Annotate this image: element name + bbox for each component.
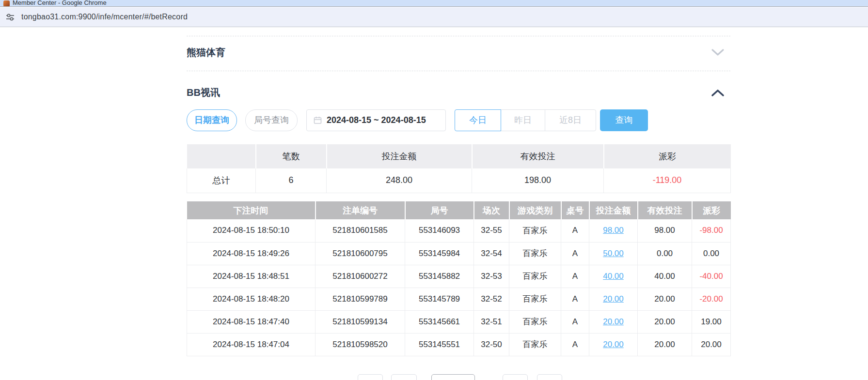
table-row: 2024-08-15 18:49:26 521810600795 5531459… bbox=[187, 242, 731, 265]
pagination-next-button[interactable] bbox=[503, 374, 528, 380]
window-titlebar: Member Center - Google Chrome bbox=[0, 0, 868, 7]
bet-records-table: 下注时间 注单编号 局号 场次 游戏类别 桌号 投注金额 有效投注 派彩 202… bbox=[187, 201, 731, 356]
cell-session: 32-52 bbox=[474, 288, 509, 310]
summary-header-row: 笔数 投注金额 有效投注 派彩 bbox=[187, 144, 731, 168]
cell-payout: 0.00 bbox=[692, 242, 731, 265]
cell-session: 32-53 bbox=[474, 265, 509, 288]
yesterday-button[interactable]: 昨日 bbox=[501, 109, 545, 131]
cell-time: 2024-08-15 18:48:51 bbox=[187, 265, 316, 288]
cell-order-no: 521810598520 bbox=[316, 333, 405, 356]
summary-header-count: 笔数 bbox=[256, 144, 327, 168]
cell-table-no: A bbox=[561, 242, 589, 265]
summary-total-label: 总计 bbox=[187, 168, 256, 193]
bet-amount-link[interactable]: 20.00 bbox=[603, 340, 624, 349]
browser-toolbar: tongbao31.com:9900/infe/mcenter/#/betRec… bbox=[0, 7, 868, 27]
cell-valid-bet: 20.00 bbox=[638, 333, 692, 356]
cell-game-type: 百家乐 bbox=[509, 333, 561, 356]
table-row: 2024-08-15 18:48:20 521810599789 5531457… bbox=[187, 288, 731, 310]
date-query-tab[interactable]: 日期查询 bbox=[187, 109, 237, 131]
cell-round-no: 553145551 bbox=[405, 333, 474, 356]
table-row: 2024-08-15 18:50:10 521810601585 5531460… bbox=[187, 219, 731, 242]
cell-game-type: 百家乐 bbox=[509, 288, 561, 310]
col-header-payout: 派彩 bbox=[692, 201, 731, 219]
address-bar-url[interactable]: tongbao31.com:9900/infe/mcenter/#/betRec… bbox=[21, 13, 188, 21]
cell-table-no: A bbox=[561, 333, 589, 356]
col-header-game-type: 游戏类别 bbox=[509, 201, 561, 219]
cell-session: 32-50 bbox=[474, 333, 509, 356]
cell-table-no: A bbox=[561, 219, 589, 242]
summary-total-payout: -119.00 bbox=[604, 168, 731, 193]
bet-amount-link[interactable]: 50.00 bbox=[603, 249, 624, 258]
cell-game-type: 百家乐 bbox=[509, 310, 561, 333]
pagination-last-button[interactable] bbox=[537, 374, 562, 380]
last-8-days-button[interactable]: 近8日 bbox=[545, 109, 596, 131]
cell-valid-bet: 98.00 bbox=[638, 219, 692, 242]
cell-payout: -40.00 bbox=[692, 265, 731, 288]
section-divider bbox=[187, 36, 730, 36]
chevron-down-icon[interactable] bbox=[711, 48, 725, 59]
filter-bar: 日期查询 局号查询 2024-08-15 ~ 2024-08-15 今日 昨日 … bbox=[187, 109, 730, 131]
quick-range-group: 今日 昨日 近8日 bbox=[455, 109, 596, 131]
bet-amount-link[interactable]: 20.00 bbox=[603, 317, 624, 326]
col-header-time: 下注时间 bbox=[187, 201, 316, 219]
cell-valid-bet: 40.00 bbox=[638, 265, 692, 288]
summary-total-valid-bet: 198.00 bbox=[472, 168, 604, 193]
date-range-value: 2024-08-15 ~ 2024-08-15 bbox=[327, 115, 426, 125]
cell-round-no: 553145882 bbox=[405, 265, 474, 288]
cell-time: 2024-08-15 18:47:40 bbox=[187, 310, 316, 333]
pagination-first-button[interactable] bbox=[358, 374, 383, 380]
cell-payout: -98.00 bbox=[692, 219, 731, 242]
cell-time: 2024-08-15 18:50:10 bbox=[187, 219, 316, 242]
today-button[interactable]: 今日 bbox=[455, 109, 501, 131]
cell-session: 32-51 bbox=[474, 310, 509, 333]
summary-total-count: 6 bbox=[256, 168, 327, 193]
summary-total-bet-amount: 248.00 bbox=[327, 168, 472, 193]
cell-round-no: 553145661 bbox=[405, 310, 474, 333]
summary-header-valid-bet: 有效投注 bbox=[472, 144, 604, 168]
cell-table-no: A bbox=[561, 288, 589, 310]
cell-order-no: 521810599789 bbox=[316, 288, 405, 310]
round-query-tab[interactable]: 局号查询 bbox=[245, 109, 298, 131]
pagination-page-input[interactable] bbox=[431, 374, 475, 380]
cell-table-no: A bbox=[561, 265, 589, 288]
cell-order-no: 521810600795 bbox=[316, 242, 405, 265]
cell-session: 32-55 bbox=[474, 219, 509, 242]
section-panda-sports[interactable]: 熊猫体育 bbox=[187, 44, 730, 61]
cell-time: 2024-08-15 18:48:20 bbox=[187, 288, 316, 310]
summary-header-payout: 派彩 bbox=[604, 144, 731, 168]
bet-amount-link[interactable]: 98.00 bbox=[603, 226, 624, 235]
cell-game-type: 百家乐 bbox=[509, 242, 561, 265]
bet-amount-link[interactable]: 40.00 bbox=[603, 272, 624, 281]
cell-session: 32-54 bbox=[474, 242, 509, 265]
pagination bbox=[187, 374, 730, 380]
col-header-valid-bet: 有效投注 bbox=[638, 201, 692, 219]
bet-table-header-row: 下注时间 注单编号 局号 场次 游戏类别 桌号 投注金额 有效投注 派彩 bbox=[187, 201, 731, 219]
cell-valid-bet: 20.00 bbox=[638, 288, 692, 310]
cell-game-type: 百家乐 bbox=[509, 265, 561, 288]
summary-header-bet-amount: 投注金额 bbox=[327, 144, 472, 168]
bet-record-page: 熊猫体育 BB视讯 日期查询 局号查询 bbox=[0, 28, 868, 380]
cell-round-no: 553146093 bbox=[405, 219, 474, 242]
cell-round-no: 553145984 bbox=[405, 242, 474, 265]
table-row: 2024-08-15 18:48:51 521810600272 5531458… bbox=[187, 265, 731, 288]
cell-payout: -20.00 bbox=[692, 288, 731, 310]
calendar-icon bbox=[314, 116, 322, 124]
summary-table: 笔数 投注金额 有效投注 派彩 总计 6 248.00 198.00 -119.… bbox=[187, 144, 731, 193]
section-title: 熊猫体育 bbox=[187, 44, 730, 61]
section-bb-video[interactable]: BB视讯 bbox=[187, 84, 730, 101]
pagination-prev-button[interactable] bbox=[391, 374, 417, 380]
col-header-table-no: 桌号 bbox=[561, 201, 589, 219]
bet-amount-link[interactable]: 20.00 bbox=[603, 294, 624, 304]
cell-order-no: 521810601585 bbox=[316, 219, 405, 242]
cell-order-no: 521810599134 bbox=[316, 310, 405, 333]
section-title: BB视讯 bbox=[187, 84, 730, 101]
cell-round-no: 553145789 bbox=[405, 288, 474, 310]
cell-time: 2024-08-15 18:49:26 bbox=[187, 242, 316, 265]
cell-payout: 19.00 bbox=[692, 310, 731, 333]
cell-valid-bet: 0.00 bbox=[638, 242, 692, 265]
date-range-picker[interactable]: 2024-08-15 ~ 2024-08-15 bbox=[306, 109, 446, 131]
col-header-session: 场次 bbox=[474, 201, 509, 219]
search-button[interactable]: 查询 bbox=[600, 109, 648, 131]
site-settings-icon[interactable] bbox=[4, 11, 16, 23]
chevron-up-icon[interactable] bbox=[711, 89, 725, 99]
